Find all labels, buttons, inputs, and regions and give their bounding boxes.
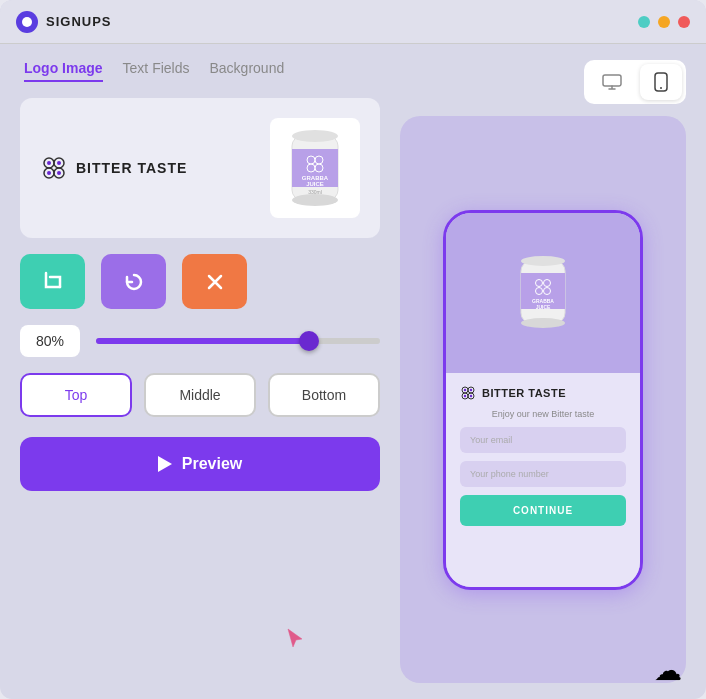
svg-text:JUICE: JUICE	[306, 181, 324, 187]
titlebar-controls	[638, 16, 690, 28]
red-dot[interactable]	[678, 16, 690, 28]
svg-rect-19	[603, 75, 621, 86]
device-toggle	[584, 60, 686, 104]
slider-thumb[interactable]	[299, 331, 319, 351]
svg-point-37	[470, 388, 472, 390]
preview-label: Preview	[182, 455, 242, 473]
brand-logo: BITTER TASTE	[40, 154, 187, 182]
phone-hero: GRABBA JUICE	[446, 213, 640, 373]
svg-point-38	[464, 394, 466, 396]
product-image: GRABBA JUICE 330ml	[270, 118, 360, 218]
svg-point-23	[521, 256, 565, 266]
svg-point-7	[57, 171, 61, 175]
left-panel: Logo Image Text Fields Background	[20, 60, 380, 683]
svg-point-39	[470, 394, 472, 396]
svg-point-21	[660, 87, 662, 89]
svg-point-4	[47, 161, 51, 165]
tab-text-fields[interactable]: Text Fields	[123, 60, 190, 82]
app-window: SIGNUPS Logo Image Text Fields Backgroun…	[0, 0, 706, 699]
tab-logo-image[interactable]: Logo Image	[24, 60, 103, 82]
phone-can-image: GRABBA JUICE	[513, 253, 573, 333]
slider-row: 80%	[20, 325, 380, 357]
slider-track[interactable]	[96, 338, 380, 344]
phone-tagline: Enjoy our new Bitter taste	[460, 409, 626, 419]
can-image: GRABBA JUICE 330ml	[280, 124, 350, 212]
logo-preview-box: BITTER TASTE	[20, 98, 380, 238]
phone-container: GRABBA JUICE	[400, 116, 686, 683]
cloud-decoration: ☁	[654, 654, 682, 687]
app-title: SIGNUPS	[46, 14, 112, 29]
svg-point-36	[464, 388, 466, 390]
app-logo-icon	[16, 11, 38, 33]
phone-cta-button[interactable]: CONTINUE	[460, 495, 626, 526]
phone-phone-input[interactable]: Your phone number	[460, 461, 626, 487]
position-middle-button[interactable]: Middle	[144, 373, 256, 417]
cursor-arrow	[286, 627, 304, 653]
brand-icon	[40, 154, 68, 182]
svg-text:JUICE: JUICE	[536, 304, 551, 310]
percent-display: 80%	[20, 325, 80, 357]
phone-body: BITTER TASTE Enjoy our new Bitter taste …	[446, 373, 640, 587]
tab-background[interactable]: Background	[209, 60, 284, 82]
remove-button[interactable]	[182, 254, 247, 309]
right-panel: GRABBA JUICE	[400, 60, 686, 683]
main-content: Logo Image Text Fields Background	[0, 44, 706, 699]
phone-email-input[interactable]: Your email	[460, 427, 626, 453]
titlebar-left: SIGNUPS	[16, 11, 112, 33]
phone-brand-name: BITTER TASTE	[482, 387, 566, 399]
mobile-view-button[interactable]	[640, 64, 682, 100]
position-bottom-button[interactable]: Bottom	[268, 373, 380, 417]
titlebar: SIGNUPS	[0, 0, 706, 44]
brand-name: BITTER TASTE	[76, 160, 187, 176]
desktop-view-button[interactable]	[588, 64, 636, 100]
slider-fill	[96, 338, 309, 344]
tabs: Logo Image Text Fields Background	[20, 60, 380, 82]
teal-dot[interactable]	[638, 16, 650, 28]
phone-brand: BITTER TASTE	[460, 385, 626, 401]
cursor-icon	[286, 627, 304, 649]
svg-point-10	[292, 194, 338, 206]
svg-point-6	[47, 171, 51, 175]
action-buttons	[20, 254, 380, 309]
rotate-button[interactable]	[101, 254, 166, 309]
position-top-button[interactable]: Top	[20, 373, 132, 417]
crop-button[interactable]	[20, 254, 85, 309]
svg-point-9	[292, 130, 338, 142]
phone-brand-icon	[460, 385, 476, 401]
phone-frame: GRABBA JUICE	[443, 210, 643, 590]
svg-point-24	[521, 318, 565, 328]
position-buttons: Top Middle Bottom	[20, 373, 380, 417]
svg-text:330ml: 330ml	[308, 189, 322, 195]
svg-point-5	[57, 161, 61, 165]
play-icon	[158, 456, 172, 472]
preview-button[interactable]: Preview	[20, 437, 380, 491]
yellow-dot[interactable]	[658, 16, 670, 28]
